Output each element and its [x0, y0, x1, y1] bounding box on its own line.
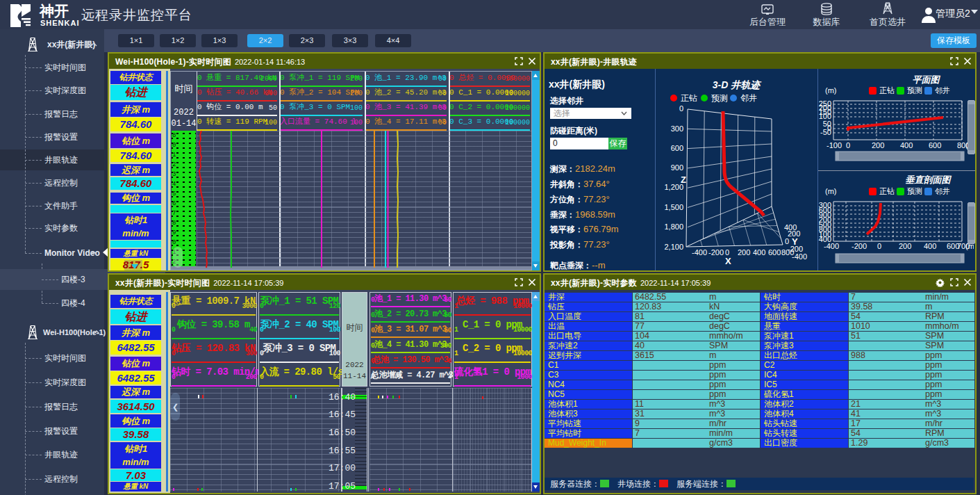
svg-text:(m): (m): [825, 187, 837, 195]
svg-text:预测: 预测: [907, 86, 922, 95]
svg-text:0: 0: [846, 141, 850, 149]
svg-text:3-D 井轨迹: 3-D 井轨迹: [713, 79, 762, 90]
svg-text:2,100: 2,100: [664, 243, 683, 251]
svg-text:正钻: 正钻: [879, 187, 895, 195]
svg-text:600: 600: [768, 248, 781, 257]
svg-text:预测: 预测: [907, 187, 922, 195]
svg-text:垂直剖面图: 垂直剖面图: [906, 175, 952, 185]
svg-text:-200: -200: [852, 242, 867, 250]
svg-text:X: X: [725, 256, 731, 266]
svg-text:900: 900: [671, 163, 683, 172]
svg-text:正钻: 正钻: [681, 93, 697, 103]
svg-text:-400: -400: [824, 242, 839, 250]
svg-text:预测: 预测: [711, 93, 728, 103]
svg-text:(m): (m): [825, 86, 837, 95]
svg-text:200: 200: [872, 141, 884, 149]
svg-text:正钻: 正钻: [879, 86, 895, 95]
svg-text:-100: -100: [827, 141, 842, 149]
svg-text:400: 400: [924, 242, 936, 250]
svg-text:-400: -400: [692, 248, 707, 257]
svg-text:300: 300: [671, 124, 683, 133]
svg-text:200: 200: [738, 248, 750, 257]
svg-text:平面图: 平面图: [913, 74, 941, 85]
svg-text:400: 400: [753, 248, 765, 257]
svg-text:-400: -400: [792, 252, 807, 261]
svg-text:邻井: 邻井: [740, 93, 757, 103]
svg-text:600: 600: [671, 144, 683, 152]
svg-text:-50: -50: [820, 128, 831, 136]
svg-text:0: 0: [877, 242, 881, 250]
svg-text:600: 600: [929, 141, 941, 149]
svg-text:-200: -200: [708, 248, 724, 257]
svg-text:邻井: 邻井: [935, 86, 950, 95]
svg-text:Z: Z: [681, 175, 686, 185]
svg-text:0: 0: [679, 104, 683, 113]
svg-text:400: 400: [900, 141, 913, 149]
svg-text:邻井: 邻井: [935, 187, 950, 195]
svg-text:200: 200: [899, 242, 911, 250]
svg-text:1,500: 1,500: [664, 203, 683, 211]
svg-text:1,800: 1,800: [664, 222, 683, 231]
